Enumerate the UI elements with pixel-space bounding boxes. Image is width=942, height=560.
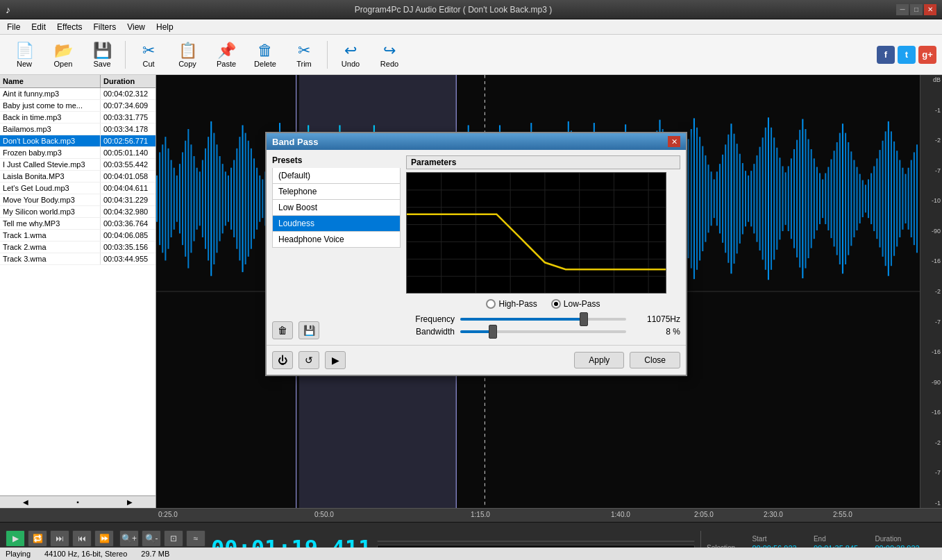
list-item[interactable]: Track 3.wma 00:03:44.955	[0, 253, 155, 265]
cut-button[interactable]: ✂ Cut	[130, 37, 167, 72]
svg-rect-205	[793, 149, 795, 248]
scroll-mid-button[interactable]: ▪	[52, 498, 104, 506]
next-button[interactable]: ⏭	[50, 530, 69, 547]
list-item[interactable]: Laisla Bonita.MP3 00:04:01.058	[0, 171, 155, 183]
separator-2	[327, 41, 328, 69]
track-name: Track 1.wma	[0, 230, 100, 241]
list-item[interactable]: Back in time.mp3 00:03:31.775	[0, 112, 155, 124]
menu-edit[interactable]: Edit	[27, 21, 50, 33]
svg-rect-201	[782, 166, 783, 231]
list-item[interactable]: Aint it funny.mp3 00:04:02.312	[0, 88, 155, 100]
track-name: Frozen baby.mp3	[0, 147, 100, 158]
track-duration: 00:03:55.442	[100, 159, 155, 170]
frequency-slider[interactable]	[460, 318, 626, 321]
facebook-icon[interactable]: f	[877, 46, 895, 64]
delete-preset-button[interactable]: 🗑	[272, 321, 293, 339]
fast-forward-button[interactable]: ⏩	[94, 530, 114, 547]
svg-rect-223	[845, 133, 846, 264]
track-duration: 00:03:36.764	[100, 218, 155, 229]
preset-item-headphone-voice[interactable]: Headphone Voice	[272, 232, 401, 248]
preview-play-button[interactable]: ▶	[325, 351, 346, 369]
timeline-mark: 2:05.0	[694, 511, 714, 518]
progress-bar[interactable]	[377, 541, 695, 542]
paste-button[interactable]: 📌 Paste	[208, 37, 245, 72]
preset-item-default[interactable]: (Default)	[272, 168, 401, 184]
presets-footer: 🗑 💾	[272, 316, 401, 339]
end-header: End	[814, 535, 870, 543]
list-item[interactable]: Track 1.wma 00:04:06.085	[0, 230, 155, 241]
open-button[interactable]: 📂 Open	[44, 37, 82, 72]
separator-1	[125, 41, 126, 69]
apply-button[interactable]: Apply	[574, 352, 624, 368]
frequency-thumb[interactable]	[580, 312, 588, 326]
menu-filters[interactable]: Filters	[90, 21, 121, 33]
undo-button[interactable]: ↩ Undo	[332, 37, 369, 72]
preset-item-low-boost[interactable]: Low Boost	[272, 200, 401, 216]
googleplus-icon[interactable]: g+	[918, 46, 936, 64]
loop-button[interactable]: 🔁	[28, 530, 47, 547]
delete-button[interactable]: 🗑 Delete	[246, 37, 284, 72]
minimize-button[interactable]: ─	[896, 4, 909, 15]
svg-rect-6	[167, 149, 169, 249]
dialog-close-button[interactable]: ✕	[668, 136, 680, 147]
list-item[interactable]: Track 2.wma 00:03:35.156	[0, 241, 155, 253]
redo-button[interactable]: ↪ Redo	[371, 37, 408, 72]
trim-button[interactable]: ✂ Trim	[285, 37, 323, 72]
copy-button[interactable]: 📋 Copy	[169, 37, 206, 72]
track-name: Move Your Body.mp3	[0, 194, 100, 205]
zoom-fit-button[interactable]: ⊡	[164, 530, 183, 547]
twitter-icon[interactable]: t	[898, 46, 916, 64]
menu-view[interactable]: View	[123, 21, 149, 33]
zoom-out-button[interactable]: 🔍-	[142, 530, 161, 547]
close-dialog-button[interactable]: Close	[630, 352, 680, 368]
zoom-in-button[interactable]: 🔍+	[119, 530, 139, 547]
list-item[interactable]: Let's Get Loud.mp3 00:04:04.611	[0, 183, 155, 194]
close-button[interactable]: ✕	[924, 4, 936, 15]
new-button[interactable]: 📄 New	[6, 37, 43, 72]
dialog-body: Presets (Default) Telephone Low Boost Lo…	[267, 150, 686, 345]
preset-item-telephone[interactable]: Telephone	[272, 184, 401, 200]
list-item[interactable]: Frozen baby.mp3 00:05:01.140	[0, 147, 155, 159]
list-item[interactable]: Baby just come to me... 00:07:34.609	[0, 100, 155, 112]
list-item[interactable]: Move Your Body.mp3 00:04:31.229	[0, 194, 155, 206]
track-duration: 00:03:44.955	[100, 253, 155, 264]
waveform-mode-button[interactable]: ≈	[186, 530, 205, 547]
menu-file[interactable]: File	[3, 21, 24, 33]
cut-icon: ✂	[142, 42, 155, 60]
bandwidth-slider[interactable]	[460, 330, 626, 333]
track-duration: 00:03:31.775	[100, 112, 155, 123]
svg-rect-226	[853, 160, 855, 237]
preset-item-loudness[interactable]: Loudness	[272, 216, 401, 232]
rewind-button[interactable]: ⏮	[72, 530, 92, 547]
list-item[interactable]: I Just Called Stevie.mp3 00:03:55.442	[0, 159, 155, 171]
menu-help[interactable]: Help	[152, 21, 178, 33]
svg-rect-12	[185, 141, 186, 257]
scroll-right-button[interactable]: ▶	[103, 498, 155, 506]
svg-rect-171	[696, 128, 698, 270]
restore-button[interactable]: □	[910, 4, 923, 15]
dialog-title-bar: Band Pass ✕	[267, 133, 686, 150]
list-item[interactable]: My Silicon world.mp3 00:04:32.980	[0, 206, 155, 218]
list-item-selected[interactable]: Don't Look Back.mp3 00:02:56.771	[0, 135, 155, 147]
save-button[interactable]: 💾 Save	[83, 37, 121, 72]
track-duration: 00:04:02.312	[100, 88, 155, 99]
svg-rect-193	[759, 147, 761, 251]
list-item[interactable]: Bailamos.mp3 00:03:34.178	[0, 124, 155, 135]
svg-rect-190	[750, 171, 752, 226]
bandwidth-thumb[interactable]	[489, 325, 497, 339]
svg-rect-19	[205, 149, 206, 249]
svg-rect-18	[202, 160, 203, 237]
menu-effects[interactable]: Effects	[53, 21, 86, 33]
save-preset-button[interactable]: 💾	[298, 321, 319, 339]
playing-status: Playing	[6, 550, 31, 558]
svg-rect-25	[222, 164, 224, 233]
svg-rect-230	[865, 185, 866, 212]
low-pass-radio[interactable]: Low-Pass	[551, 299, 600, 309]
power-button[interactable]: ⏻	[272, 351, 293, 369]
high-pass-radio[interactable]: High-Pass	[486, 299, 537, 309]
scroll-left-button[interactable]: ◀	[0, 498, 52, 506]
delete-icon: 🗑	[258, 42, 273, 60]
list-item[interactable]: Tell me why.MP3 00:03:36.764	[0, 218, 155, 230]
play-button[interactable]: ▶	[6, 530, 25, 547]
reset-button[interactable]: ↺	[298, 351, 319, 369]
